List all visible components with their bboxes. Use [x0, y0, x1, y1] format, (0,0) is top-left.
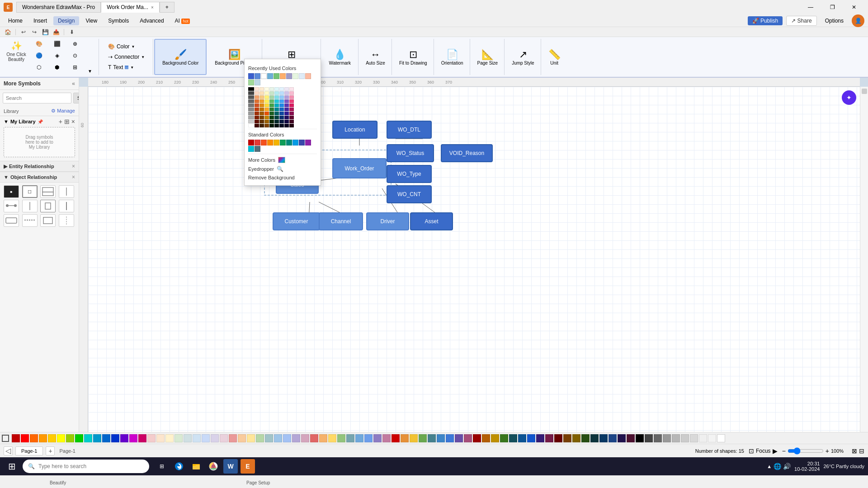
shape-item-1[interactable]: ■: [4, 185, 19, 198]
start-button[interactable]: ⊞: [4, 458, 20, 474]
color-bar-swatch-2[interactable]: [21, 434, 29, 442]
search-button[interactable]: Search: [73, 93, 79, 103]
c5r5[interactable]: [274, 103, 279, 107]
recent-color-7[interactable]: [286, 73, 292, 79]
std-color-9[interactable]: [299, 140, 305, 145]
color-bar-swatch-74[interactable]: [672, 434, 680, 442]
zoom-out-button[interactable]: −: [782, 447, 786, 455]
std-color-8[interactable]: [292, 140, 298, 145]
color-bar-swatch-15[interactable]: [138, 434, 146, 442]
menu-options[interactable]: Options: [821, 16, 848, 25]
color-bar-swatch-18[interactable]: [165, 434, 174, 442]
menu-design[interactable]: Design: [53, 16, 79, 25]
c4r7[interactable]: [269, 112, 274, 115]
qa-undo[interactable]: ↩: [19, 28, 28, 36]
node-wo-dtl[interactable]: WO_DTL: [387, 121, 432, 139]
color-bar-swatch-78[interactable]: [708, 434, 716, 442]
color-dropdown-button[interactable]: 🎨 Color ▼: [105, 42, 147, 51]
qa-redo[interactable]: ↪: [30, 28, 38, 36]
c3r3[interactable]: [264, 95, 269, 99]
color-bar-swatch-77[interactable]: [699, 434, 707, 442]
c3r1[interactable]: [264, 87, 269, 91]
c4r4[interactable]: [269, 99, 274, 103]
jump-style-button[interactable]: ↗ Jump Style: [509, 47, 537, 67]
zoom-in-button[interactable]: +: [826, 447, 829, 455]
recent-color-5[interactable]: [274, 73, 279, 79]
color-bar-swatch-17[interactable]: [156, 434, 165, 442]
zoom-slider[interactable]: [788, 447, 824, 455]
ai-assistant-button[interactable]: ✦: [842, 90, 856, 105]
my-library-close-button[interactable]: ×: [71, 118, 75, 125]
color-bar-swatch-67[interactable]: [609, 434, 617, 442]
color-bar-swatch-25[interactable]: [229, 434, 237, 442]
std-color-12[interactable]: [255, 146, 260, 152]
c3r4[interactable]: [264, 99, 269, 103]
color-bar-swatch-47[interactable]: [428, 434, 436, 442]
c2r1[interactable]: [259, 87, 264, 91]
color-bar-swatch-54[interactable]: [491, 434, 499, 442]
shape-item-9[interactable]: [4, 214, 19, 227]
color-bar-swatch-7[interactable]: [66, 434, 74, 442]
palette-dark2[interactable]: [248, 95, 254, 99]
color-bar-swatch-73[interactable]: [663, 434, 671, 442]
my-library-toggle[interactable]: ▼ My Library 📌: [4, 119, 43, 124]
beautify-btn-6[interactable]: ⬢: [49, 63, 65, 74]
menu-insert[interactable]: Insert: [29, 16, 52, 25]
remove-background-option[interactable]: Remove Background: [248, 174, 317, 182]
color-bar-swatch-57[interactable]: [518, 434, 526, 442]
color-bar-swatch-27[interactable]: [247, 434, 255, 442]
recent-color-1[interactable]: [248, 73, 254, 79]
recent-color-6[interactable]: [280, 73, 286, 79]
c8r5[interactable]: [289, 103, 294, 107]
tab-work-order[interactable]: Work Order Ma... ×: [101, 2, 160, 13]
c4r6[interactable]: [269, 108, 274, 111]
color-bar-swatch-14[interactable]: [129, 434, 137, 442]
c3r5[interactable]: [264, 103, 269, 107]
color-bar-swatch-20[interactable]: [184, 434, 192, 442]
c3r2[interactable]: [264, 91, 269, 95]
color-bar-swatch-39[interactable]: [355, 434, 363, 442]
c1r4[interactable]: [255, 99, 259, 103]
qa-export[interactable]: 📤: [52, 28, 60, 36]
node-void-reason[interactable]: VOID_Reason: [441, 144, 493, 162]
taskbar-word[interactable]: W: [223, 459, 238, 474]
orientation-button[interactable]: 📄 Orientation: [439, 47, 466, 67]
beautify-btn-4[interactable]: ⬛: [49, 40, 65, 51]
color-bar-swatch-65[interactable]: [590, 434, 599, 442]
c6r4[interactable]: [279, 99, 284, 103]
c6r8[interactable]: [279, 116, 284, 119]
recent-color-12[interactable]: [255, 80, 260, 85]
c1r2[interactable]: [255, 91, 259, 95]
c2r3[interactable]: [259, 95, 264, 99]
color-bar-swatch-72[interactable]: [654, 434, 662, 442]
color-bar-swatch-63[interactable]: [572, 434, 580, 442]
c2r7[interactable]: [259, 112, 264, 115]
page-tab-1[interactable]: Page-1: [15, 446, 43, 455]
minimize-button[interactable]: —: [800, 0, 821, 14]
color-bar-swatch-30[interactable]: [274, 434, 282, 442]
c1r5[interactable]: [255, 103, 259, 107]
c4r8[interactable]: [269, 116, 274, 119]
right-handle-btn[interactable]: [862, 89, 867, 94]
taskbar-edge[interactable]: [172, 459, 186, 474]
c1r9[interactable]: [255, 120, 259, 123]
c4r3[interactable]: [269, 95, 274, 99]
page-fit-btn[interactable]: ⊠: [852, 447, 857, 455]
beautify-btn-5[interactable]: ◈: [49, 52, 65, 62]
recent-color-11[interactable]: [248, 80, 254, 85]
shape-item-10[interactable]: [22, 214, 38, 227]
color-bar-swatch-10[interactable]: [93, 434, 101, 442]
c2r6[interactable]: [259, 108, 264, 111]
background-color-button[interactable]: 🖌️ Background Color: [160, 47, 201, 67]
recent-color-2[interactable]: [255, 73, 260, 79]
close-button[interactable]: ✕: [844, 0, 864, 14]
qa-more[interactable]: ⬇: [68, 28, 76, 36]
color-bar-swatch-71[interactable]: [645, 434, 653, 442]
palette-dark3[interactable]: [248, 99, 254, 103]
node-location[interactable]: Location: [332, 121, 377, 139]
std-color-4[interactable]: [267, 140, 273, 145]
c2r4[interactable]: [259, 99, 264, 103]
menu-ai[interactable]: AI hot: [170, 16, 194, 25]
color-bar-swatch-38[interactable]: [346, 434, 354, 442]
c7r5[interactable]: [284, 103, 289, 107]
